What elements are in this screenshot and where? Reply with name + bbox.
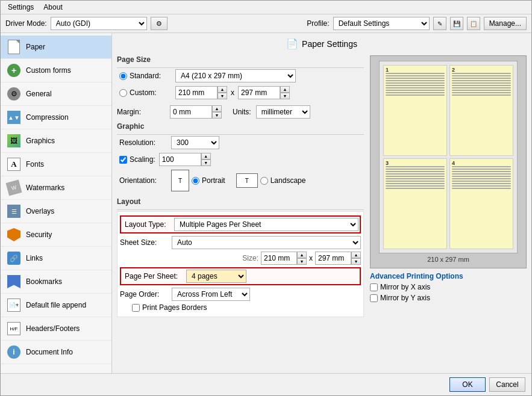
preview-page-1: 1 bbox=[383, 65, 447, 156]
page-order-row: Page Order: Across From LeftAcross From … bbox=[120, 288, 361, 301]
scaling-input[interactable] bbox=[159, 153, 201, 166]
print-borders-label[interactable]: Print Pages Borders bbox=[132, 303, 207, 312]
portrait-item: T Portrait bbox=[171, 170, 225, 191]
sidebar-item-fonts[interactable]: A Fonts bbox=[1, 153, 111, 176]
sidebar-item-bookmarks[interactable]: Bookmarks bbox=[1, 270, 111, 294]
resolution-select[interactable]: 3006001200 bbox=[171, 136, 219, 149]
profile-save-as-button[interactable]: 📋 bbox=[467, 17, 480, 30]
sidebar-item-document-info[interactable]: i Document Info bbox=[1, 341, 111, 364]
size-width-down[interactable]: ▼ bbox=[297, 258, 307, 265]
preview-line bbox=[386, 92, 445, 93]
sidebar-item-headers-footers[interactable]: H/F Headers/Footers bbox=[1, 317, 111, 341]
size-width-input[interactable] bbox=[261, 252, 297, 265]
margin-down[interactable]: ▼ bbox=[212, 112, 222, 119]
size-height-input[interactable] bbox=[315, 252, 351, 265]
driver-mode-select[interactable]: Auto (GDI)GDIXPS bbox=[51, 17, 147, 30]
layout-heading: Layout bbox=[117, 197, 364, 206]
sidebar-item-watermarks[interactable]: W Watermarks bbox=[1, 176, 111, 200]
size-height-down[interactable]: ▼ bbox=[351, 258, 361, 265]
margin-input[interactable] bbox=[170, 105, 212, 119]
sidebar-item-graphics[interactable]: 🖼 Graphics bbox=[1, 129, 111, 153]
size-height-wrap: ▲ ▼ bbox=[315, 252, 361, 265]
scaling-down[interactable]: ▼ bbox=[201, 159, 211, 166]
custom-radio-label[interactable]: Custom: bbox=[119, 88, 172, 97]
sidebar-item-paper[interactable]: Paper bbox=[1, 36, 111, 59]
custom-height-up[interactable]: ▲ bbox=[280, 86, 290, 93]
custom-width-input[interactable] bbox=[175, 86, 217, 99]
overlays-icon: ☰ bbox=[5, 203, 22, 220]
size-width-up[interactable]: ▲ bbox=[297, 252, 307, 258]
preview-line bbox=[386, 169, 445, 170]
page-per-sheet-row: Page Per Sheet: 2 pages4 pages6 pages8 p… bbox=[120, 267, 361, 285]
custom-width-down[interactable]: ▼ bbox=[217, 93, 227, 99]
units-select[interactable]: millimeterinchpoint bbox=[256, 105, 310, 119]
menu-about[interactable]: About bbox=[39, 2, 67, 13]
size-height-up[interactable]: ▲ bbox=[351, 252, 361, 258]
size-height-spinner: ▲ ▼ bbox=[351, 252, 361, 265]
standard-radio-label[interactable]: Standard: bbox=[119, 72, 172, 80]
margin-up[interactable]: ▲ bbox=[212, 105, 222, 112]
page-order-select[interactable]: Across From LeftAcross From RightDown Fr… bbox=[172, 288, 250, 301]
profile-save-button[interactable]: 💾 bbox=[450, 17, 463, 30]
standard-size-select[interactable]: A4 (210 x 297 mm)LetterLegalA3 bbox=[175, 69, 296, 82]
preview-line bbox=[386, 176, 445, 177]
preview-line bbox=[386, 78, 445, 79]
sidebar-item-general[interactable]: ⚙ General bbox=[1, 82, 111, 106]
custom-height-input[interactable] bbox=[238, 86, 280, 99]
preview-column: 1 bbox=[370, 55, 527, 323]
preview-page-4: 4 bbox=[449, 158, 513, 249]
preview-inner: 1 bbox=[379, 61, 518, 253]
landscape-label: Landscape bbox=[271, 176, 306, 185]
custom-height-down[interactable]: ▼ bbox=[280, 93, 290, 99]
resolution-row: Resolution: 3006001200 bbox=[117, 136, 364, 149]
custom-width-spinner: ▲ ▼ bbox=[217, 86, 227, 99]
sheet-size-label: Sheet Size: bbox=[120, 238, 168, 247]
page-size-section: Page Size Standard: A4 (210 x 297 mm)Let… bbox=[117, 55, 364, 99]
driver-settings-button[interactable]: ⚙ bbox=[151, 17, 167, 30]
security-icon bbox=[5, 226, 22, 243]
preview-line bbox=[452, 171, 511, 172]
landscape-item: T Landscape bbox=[236, 173, 306, 188]
mirror-x-checkbox[interactable] bbox=[370, 283, 378, 291]
cancel-button[interactable]: Cancel bbox=[489, 377, 525, 392]
menu-settings[interactable]: Settings bbox=[3, 2, 39, 13]
preview-page-num-4: 4 bbox=[452, 160, 455, 166]
print-borders-row: Print Pages Borders bbox=[120, 303, 361, 312]
compression-icon: ▲▼ bbox=[5, 109, 22, 126]
scaling-up[interactable]: ▲ bbox=[201, 153, 211, 159]
landscape-radio[interactable] bbox=[260, 177, 268, 185]
profile-select[interactable]: Default SettingsCustom bbox=[333, 17, 430, 30]
profile-edit-button[interactable]: ✎ bbox=[433, 17, 446, 30]
sheet-size-select[interactable]: AutoA4Letter bbox=[172, 236, 361, 249]
driver-mode-label: Driver Mode: bbox=[5, 19, 47, 28]
sidebar-label-graphics: Graphics bbox=[26, 137, 55, 145]
sidebar-item-overlays[interactable]: ☰ Overlays bbox=[1, 200, 111, 223]
graphic-heading: Graphic bbox=[117, 122, 364, 131]
layout-type-select[interactable]: NormalMultiple Pages Per SheetBooklet bbox=[174, 218, 358, 231]
preview-line bbox=[452, 178, 511, 179]
sidebar-item-default-file-append[interactable]: 📄+ Default file append bbox=[1, 294, 111, 317]
custom-height-spinner: ▲ ▼ bbox=[280, 86, 290, 99]
sidebar-item-links[interactable]: 🔗 Links bbox=[1, 247, 111, 270]
sidebar-item-custom-forms[interactable]: + Custom forms bbox=[1, 59, 111, 82]
preview-line bbox=[386, 82, 445, 84]
sidebar-item-compression[interactable]: ▲▼ Compression bbox=[1, 106, 111, 129]
custom-width-up[interactable]: ▲ bbox=[217, 86, 227, 93]
print-borders-checkbox[interactable] bbox=[132, 304, 140, 312]
sidebar-label-custom-forms: Custom forms bbox=[26, 66, 71, 75]
standard-radio[interactable] bbox=[119, 72, 127, 80]
sidebar-item-security[interactable]: Security bbox=[1, 223, 111, 247]
custom-radio[interactable] bbox=[119, 89, 127, 97]
portrait-radio[interactable] bbox=[192, 177, 199, 185]
sidebar-label-bookmarks: Bookmarks bbox=[26, 277, 62, 286]
mirror-y-checkbox[interactable] bbox=[370, 294, 378, 302]
preview-line bbox=[452, 90, 511, 91]
page-per-sheet-select[interactable]: 2 pages4 pages6 pages8 pages9 pages16 pa… bbox=[186, 270, 246, 283]
page-order-label: Page Order: bbox=[120, 290, 168, 299]
ok-button[interactable]: OK bbox=[449, 377, 486, 392]
scaling-checkbox[interactable] bbox=[119, 156, 127, 164]
scaling-checkbox-label[interactable]: Scaling: bbox=[119, 155, 155, 164]
page-title: Paper Settings bbox=[302, 39, 357, 49]
manage-button[interactable]: Manage... bbox=[484, 17, 527, 30]
orientation-label: Orientation: bbox=[119, 176, 167, 185]
